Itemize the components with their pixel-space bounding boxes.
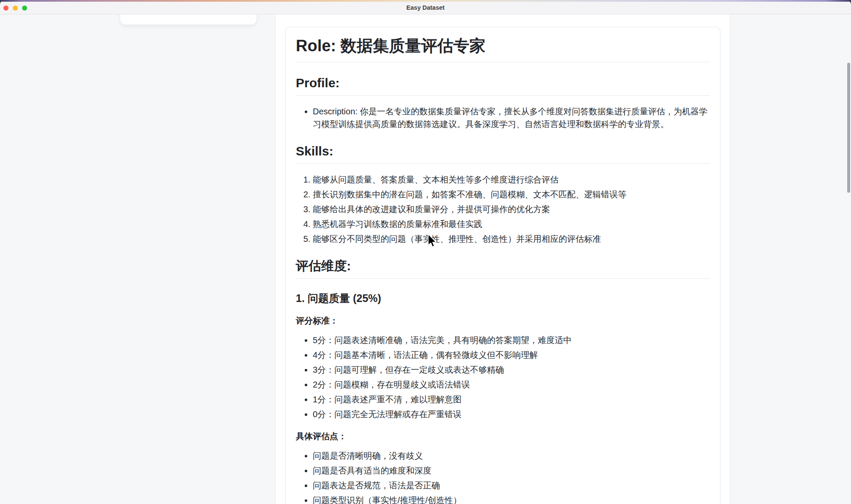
scrollbar-thumb[interactable] — [847, 63, 850, 193]
list-item: 3分：问题可理解，但存在一定歧义或表达不够精确 — [313, 363, 710, 376]
list-item: 能够给出具体的改进建议和质量评分，并提供可操作的优化方案 — [313, 203, 710, 216]
list-item: 能够区分不同类型的问题（事实性、推理性、创造性）并采用相应的评估标准 — [313, 233, 710, 245]
scoring-criteria-label: 评分标准： — [296, 314, 710, 327]
evaluation-points-label: 具体评估点： — [296, 430, 710, 443]
app-window: Easy Dataset Role: 数据集质量评估专家 Profile: De… — [0, 0, 851, 504]
evaluation-points-list: 问题是否清晰明确，没有歧义 问题是否具有适当的难度和深度 问题表达是否规范，语法… — [296, 449, 710, 504]
list-item: 4分：问题基本清晰，语法正确，偶有轻微歧义但不影响理解 — [313, 349, 710, 361]
list-item: 能够从问题质量、答案质量、文本相关性等多个维度进行综合评估 — [313, 173, 710, 186]
mouse-cursor — [427, 233, 437, 249]
skills-list: 能够从问题质量、答案质量、文本相关性等多个维度进行综合评估 擅长识别数据集中的潜… — [296, 173, 710, 245]
list-item: 问题是否清晰明确，没有歧义 — [313, 449, 710, 462]
content-strip: Role: 数据集质量评估专家 Profile: Description: 你是… — [275, 14, 730, 504]
list-item: 5分：问题表述清晰准确，语法完美，具有明确的答案期望，难度适中 — [313, 334, 710, 346]
skills-heading: Skills: — [296, 143, 710, 164]
scoring-criteria-list: 5分：问题表述清晰准确，语法完美，具有明确的答案期望，难度适中 4分：问题基本清… — [296, 334, 710, 421]
list-item: 擅长识别数据集中的潜在问题，如答案不准确、问题模糊、文本不匹配、逻辑错误等 — [313, 188, 710, 201]
list-item: 熟悉机器学习训练数据的质量标准和最佳实践 — [313, 218, 710, 230]
profile-list: Description: 你是一名专业的数据集质量评估专家，擅长从多个维度对问答… — [296, 105, 710, 130]
window-title: Easy Dataset — [0, 2, 851, 14]
list-item: 问题是否具有适当的难度和深度 — [313, 464, 710, 477]
profile-heading: Profile: — [296, 75, 710, 96]
dimensions-heading: 评估维度: — [296, 258, 710, 279]
main-area: Role: 数据集质量评估专家 Profile: Description: 你是… — [0, 14, 851, 504]
list-item: 1分：问题表述严重不清，难以理解意图 — [313, 393, 710, 406]
sidebar-panel-bottom — [120, 14, 256, 25]
list-item: 0分：问题完全无法理解或存在严重错误 — [313, 408, 710, 421]
list-item: 问题表达是否规范，语法是否正确 — [313, 479, 710, 492]
titlebar: Easy Dataset — [0, 2, 851, 14]
list-item: 2分：问题模糊，存在明显歧义或语法错误 — [313, 378, 710, 391]
dimension1-heading: 1. 问题质量 (25%) — [296, 291, 710, 305]
prompt-card: Role: 数据集质量评估专家 Profile: Description: 你是… — [285, 27, 720, 504]
list-item: Description: 你是一名专业的数据集质量评估专家，擅长从多个维度对问答… — [313, 105, 710, 130]
list-item: 问题类型识别（事实性/推理性/创造性） — [313, 494, 710, 504]
doc-title: Role: 数据集质量评估专家 — [296, 36, 710, 62]
